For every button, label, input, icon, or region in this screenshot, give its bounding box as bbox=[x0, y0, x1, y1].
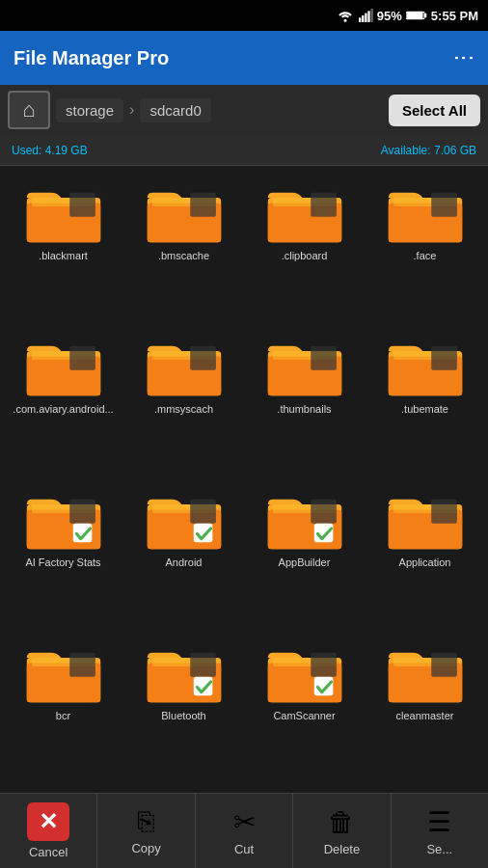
folder-icon-wrapper bbox=[266, 337, 343, 398]
file-item[interactable]: .clipboard bbox=[245, 174, 364, 325]
folder-icon-wrapper bbox=[146, 183, 223, 245]
folder-icon-wrapper bbox=[25, 337, 102, 398]
file-item[interactable]: CamScanner bbox=[245, 634, 364, 785]
select-all-button[interactable]: Select All bbox=[389, 95, 480, 126]
folder-icon-wrapper bbox=[387, 183, 464, 245]
file-item[interactable]: Bluetooth bbox=[124, 634, 243, 785]
file-name: CamScanner bbox=[273, 709, 335, 722]
svg-rect-20 bbox=[311, 193, 337, 217]
folder-icon-wrapper bbox=[146, 643, 223, 705]
delete-button[interactable]: 🗑 Delete bbox=[293, 794, 391, 868]
folder-icon-wrapper bbox=[25, 183, 102, 245]
sdcard-breadcrumb[interactable]: sdcard0 bbox=[140, 98, 210, 122]
file-item[interactable]: .com.aviary.android... bbox=[4, 327, 122, 478]
folder-icon-wrapper bbox=[25, 490, 102, 552]
cancel-button[interactable]: ✕ Cancel bbox=[0, 794, 97, 868]
svg-rect-8 bbox=[407, 13, 423, 18]
nav-bar: ⌂ storage › sdcard0 Select All bbox=[0, 85, 488, 135]
file-item[interactable]: .mmsyscach bbox=[124, 327, 243, 478]
home-button[interactable]: ⌂ bbox=[8, 91, 50, 129]
folder-icon-wrapper bbox=[146, 337, 223, 398]
svg-rect-49 bbox=[190, 500, 216, 524]
svg-rect-1 bbox=[359, 17, 361, 22]
svg-rect-4 bbox=[367, 11, 369, 22]
menu-icon[interactable]: ⋮ bbox=[453, 47, 474, 69]
file-name: Application bbox=[399, 556, 451, 569]
storage-breadcrumb[interactable]: storage bbox=[56, 98, 123, 122]
cancel-label: Cancel bbox=[29, 845, 68, 859]
svg-rect-28 bbox=[69, 346, 95, 370]
svg-rect-2 bbox=[362, 15, 364, 22]
file-name: .thumbnails bbox=[277, 402, 331, 416]
file-item[interactable]: .thumbnails bbox=[245, 327, 364, 478]
file-name: .tubemate bbox=[401, 402, 448, 416]
folder-icon-wrapper bbox=[266, 490, 343, 552]
folder-icon-wrapper bbox=[266, 643, 343, 705]
file-name: bcr bbox=[56, 709, 70, 722]
available-storage: Available: 7.06 GB bbox=[381, 144, 476, 157]
status-bar: 95% 5:55 PM bbox=[0, 0, 488, 31]
folder-icon-wrapper bbox=[266, 183, 343, 245]
app-title: File Manager Pro bbox=[14, 47, 169, 69]
file-item[interactable]: Android bbox=[124, 480, 243, 632]
svg-rect-54 bbox=[311, 500, 337, 524]
home-icon: ⌂ bbox=[22, 97, 35, 122]
select-label: Se... bbox=[426, 842, 452, 856]
svg-point-0 bbox=[343, 19, 346, 22]
file-item[interactable]: AI Factory Stats bbox=[4, 480, 122, 632]
time-text: 5:55 PM bbox=[431, 9, 478, 23]
folder-icon-wrapper bbox=[146, 490, 223, 552]
file-grid: .blackmart .bmscache .clipboard bbox=[0, 166, 488, 793]
battery-icon bbox=[406, 10, 427, 21]
delete-label: Delete bbox=[324, 842, 361, 856]
folder-icon-wrapper bbox=[25, 643, 102, 705]
svg-rect-12 bbox=[69, 193, 95, 217]
svg-rect-16 bbox=[190, 193, 216, 217]
signal-icon bbox=[358, 9, 373, 22]
select-icon: ☰ bbox=[427, 806, 451, 838]
copy-label: Copy bbox=[131, 841, 160, 855]
svg-rect-5 bbox=[370, 9, 372, 22]
file-item[interactable]: .blackmart bbox=[4, 174, 122, 325]
svg-rect-3 bbox=[365, 14, 366, 22]
file-name: .bmscache bbox=[158, 249, 209, 262]
folder-icon-wrapper bbox=[387, 490, 464, 552]
cut-label: Cut bbox=[234, 842, 254, 856]
cut-icon: ✂ bbox=[233, 806, 256, 838]
cancel-box: ✕ bbox=[27, 802, 69, 841]
svg-rect-7 bbox=[424, 14, 426, 17]
file-name: .mmsyscach bbox=[154, 402, 213, 416]
file-item[interactable]: .bmscache bbox=[124, 174, 243, 325]
file-name: .com.aviary.android... bbox=[13, 402, 113, 416]
file-item[interactable]: AppBuilder bbox=[245, 480, 364, 632]
folder-icon-wrapper bbox=[387, 643, 464, 705]
svg-rect-44 bbox=[69, 500, 95, 524]
file-name: AI Factory Stats bbox=[25, 556, 100, 569]
select-button[interactable]: ☰ Se... bbox=[392, 794, 488, 868]
svg-rect-32 bbox=[190, 346, 216, 370]
file-item[interactable]: bcr bbox=[4, 634, 122, 785]
file-name: .clipboard bbox=[282, 249, 328, 262]
wifi-icon bbox=[337, 9, 354, 22]
file-name: cleanmaster bbox=[396, 709, 454, 722]
copy-button[interactable]: ⎘ Copy bbox=[97, 794, 195, 868]
storage-info: Used: 4.19 GB Available: 7.06 GB bbox=[0, 135, 488, 166]
breadcrumb-sep: › bbox=[129, 101, 134, 119]
file-item[interactable]: Application bbox=[366, 480, 484, 632]
cut-button[interactable]: ✂ Cut bbox=[196, 794, 293, 868]
status-icons: 95% 5:55 PM bbox=[337, 9, 478, 23]
folder-icon-wrapper bbox=[387, 337, 464, 398]
svg-rect-77 bbox=[431, 653, 457, 677]
file-name: Android bbox=[166, 556, 203, 569]
file-name: .blackmart bbox=[39, 249, 88, 262]
file-name: Bluetooth bbox=[161, 709, 205, 722]
copy-icon: ⎘ bbox=[138, 806, 154, 837]
svg-rect-67 bbox=[190, 653, 216, 677]
svg-rect-63 bbox=[69, 653, 95, 677]
file-item[interactable]: .tubemate bbox=[366, 327, 484, 478]
battery-text: 95% bbox=[377, 9, 402, 23]
bottom-toolbar: ✕ Cancel ⎘ Copy ✂ Cut 🗑 Delete ☰ Se... bbox=[0, 793, 488, 868]
file-item[interactable]: cleanmaster bbox=[366, 634, 484, 785]
file-item[interactable]: .face bbox=[366, 174, 484, 325]
file-name: AppBuilder bbox=[279, 556, 331, 569]
